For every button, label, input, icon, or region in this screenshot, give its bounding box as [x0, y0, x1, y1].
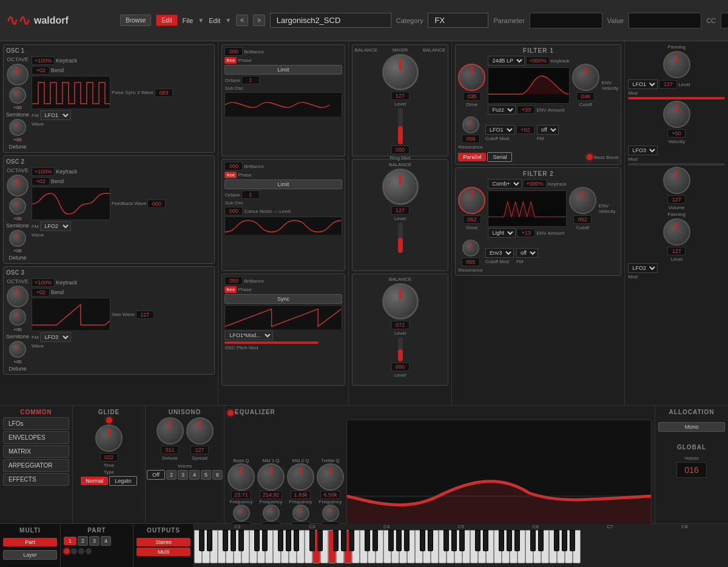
piano-key-6-G#[interactable]	[451, 530, 457, 551]
piano-key-8-G#[interactable]	[562, 530, 567, 551]
filter1-drive-curve-select[interactable]: Fuzz	[488, 105, 516, 115]
piano-key-3-A#[interactable]	[294, 530, 299, 551]
mono-button[interactable]: Mono	[658, 422, 725, 432]
piano-key-3-D#[interactable]	[262, 530, 268, 551]
piano-key-2-F#[interactable]	[223, 530, 228, 551]
piano-key-3-C#[interactable]	[254, 530, 260, 551]
multi-button[interactable]: Multi	[136, 548, 190, 556]
lfo2-select[interactable]: LFO2	[628, 263, 658, 273]
piano-key-3-G#[interactable]	[286, 530, 291, 551]
osc3-sync-button[interactable]: Sync	[224, 294, 342, 304]
piano-key-4-A#[interactable]	[349, 530, 354, 551]
osc1-fm-mod[interactable]: LFO1	[40, 110, 71, 120]
treble-freq-knob[interactable]	[317, 463, 344, 491]
piano-key-7-C#[interactable]	[475, 530, 480, 551]
lfo3-select[interactable]: LFO3	[628, 146, 658, 155]
filter2-off-select[interactable]: off	[516, 248, 538, 258]
filter2-type-select[interactable]: Comb+	[488, 179, 522, 189]
osc1-detune-knob[interactable]	[9, 119, 26, 136]
osc3-detune-knob[interactable]	[9, 341, 26, 358]
osc3-semitone-knob[interactable]	[9, 309, 26, 326]
mixer-balance2-knob[interactable]	[382, 169, 419, 205]
filter1-off-select[interactable]: off	[537, 125, 559, 135]
osc1-octave-knob[interactable]	[7, 64, 29, 86]
unisono-spread-knob[interactable]	[186, 417, 214, 445]
mixer-level2-slider[interactable]	[398, 223, 403, 253]
filter2-resonance-knob[interactable]	[462, 240, 479, 257]
glide-normal-button[interactable]: Normal	[81, 477, 108, 485]
unisono-detune-knob[interactable]	[157, 417, 184, 445]
bass-freq-knob[interactable]	[228, 463, 255, 491]
mid2-freq-knob[interactable]	[287, 463, 314, 491]
arpeggiator-nav-button[interactable]: ARPEGGIATOR	[3, 459, 69, 472]
osc3-pitch-mod-slider[interactable]	[224, 341, 318, 344]
osc2-limit-button[interactable]: Limit	[224, 179, 342, 189]
osc2-octave-knob[interactable]	[7, 175, 29, 196]
filter1-resonance-knob[interactable]	[462, 116, 479, 133]
part-4-button[interactable]: 4	[101, 536, 111, 546]
glide-legato-button[interactable]: Legato	[109, 476, 137, 486]
glide-time-knob[interactable]	[95, 424, 123, 452]
mid1-gain-knob[interactable]	[263, 505, 280, 522]
voices-6-button[interactable]: 6	[212, 470, 223, 480]
voices-5-button[interactable]: 5	[201, 470, 211, 480]
piano-key-5-C#[interactable]	[365, 530, 370, 551]
piano-key-2-G#[interactable]	[231, 530, 236, 551]
layer-button[interactable]: Layer	[3, 550, 57, 560]
part-1-button[interactable]: 1	[64, 537, 76, 545]
piano-key-4-G#[interactable]	[341, 530, 346, 551]
piano-key-6-F#[interactable]	[443, 530, 449, 551]
voices-2-button[interactable]: 2	[166, 470, 177, 480]
piano-key-4-D#[interactable]	[317, 530, 323, 551]
mid2-gain-knob[interactable]	[292, 505, 309, 522]
piano-key-7-G#[interactable]	[507, 530, 512, 551]
envelopes-nav-button[interactable]: ENVELOPES	[3, 431, 69, 444]
filter-parallel-button[interactable]: Parallel	[458, 153, 486, 161]
mixer-level3-slider[interactable]	[398, 337, 403, 361]
panning2-knob[interactable]	[663, 218, 690, 246]
piano-key-7-A#[interactable]	[514, 530, 520, 551]
osc3-fm-mod[interactable]: LFO3	[40, 332, 71, 342]
filter-serial-button[interactable]: Serial	[487, 152, 512, 162]
piano-key-7-F#[interactable]	[499, 530, 504, 551]
piano-key-7-D#[interactable]	[483, 530, 488, 551]
next-patch-button[interactable]: >	[253, 15, 265, 26]
part-button[interactable]: Part	[3, 538, 57, 546]
piano-key-5-A#[interactable]	[404, 530, 410, 551]
osc3-lfo-mod[interactable]: LFO1*Mod...	[224, 330, 273, 340]
part-2-button[interactable]: 2	[78, 536, 88, 546]
piano-key-5-D#[interactable]	[372, 530, 378, 551]
voices-3-button[interactable]: 3	[178, 470, 188, 480]
voices-4-button[interactable]: 4	[189, 470, 200, 480]
volume-knob[interactable]	[663, 167, 690, 194]
filter1-type-select[interactable]: 24dB LP	[488, 56, 525, 65]
mid1-freq-knob[interactable]	[257, 463, 285, 491]
prev-patch-button[interactable]: <	[236, 15, 248, 26]
mixer-balance3-knob[interactable]	[382, 283, 419, 320]
piano-key-4-F#[interactable]	[333, 530, 339, 551]
osc2-fm-mod[interactable]: LFO2	[40, 221, 71, 231]
treble-gain-knob[interactable]	[322, 505, 339, 522]
piano-key-2-D#[interactable]	[207, 530, 212, 551]
piano-key-8-D#[interactable]	[538, 530, 544, 551]
part-3-button[interactable]: 3	[89, 536, 99, 546]
piano-key-4-C#[interactable]	[309, 530, 315, 551]
filter1-drive-knob[interactable]	[458, 64, 485, 91]
piano-key-6-C#[interactable]	[420, 530, 425, 551]
filter1-cutoff-knob[interactable]	[572, 64, 599, 91]
piano-keys[interactable]: C2 C3 C4 C5 C6 C7 C8 // Generate piano k…	[194, 524, 728, 567]
filter2-cutoff-knob[interactable]	[569, 187, 596, 214]
filter2-drive-curve-select[interactable]: Light	[488, 228, 516, 238]
piano-key-8-C#[interactable]	[530, 530, 536, 551]
piano-key-6-D#[interactable]	[428, 530, 433, 551]
piano-key-2-C#[interactable]	[199, 530, 204, 551]
edit-button[interactable]: Edit	[156, 15, 177, 26]
piano-key-5-G#[interactable]	[396, 530, 402, 551]
osc3-octave-knob[interactable]	[7, 286, 29, 307]
piano-key-5-F#[interactable]	[388, 530, 394, 551]
osc2-semitone-knob[interactable]	[9, 198, 26, 215]
piano-key-3-F#[interactable]	[278, 530, 283, 551]
category-selector[interactable]: FX	[428, 13, 488, 28]
panning1-knob[interactable]	[663, 51, 690, 78]
piano-key-8-A#[interactable]	[570, 530, 575, 551]
